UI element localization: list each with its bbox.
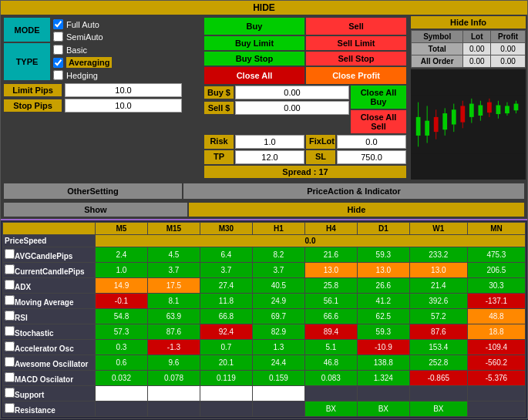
buy-dollar-input[interactable] — [235, 86, 349, 99]
risk-input[interactable] — [235, 135, 304, 149]
table-row: CurrentCandlePips1.03.73.73.713.013.013.… — [3, 263, 526, 278]
show-button[interactable]: Show — [4, 203, 187, 217]
table-cell: 13.0 — [357, 263, 409, 278]
table-cell: 57.2 — [409, 309, 467, 324]
info-total-label: Total — [412, 43, 463, 55]
table-cell: -137.1 — [467, 294, 525, 309]
semi-auto-checkbox[interactable] — [53, 32, 63, 42]
info-header-symbol: Symbol — [412, 31, 463, 43]
table-cell: SX — [96, 386, 148, 402]
col-header-h1: H1 — [252, 223, 304, 235]
type-button[interactable]: TYPE — [4, 43, 50, 80]
hide-bar[interactable]: HIDE — [1, 1, 527, 15]
table-cell: 69.7 — [252, 309, 304, 324]
table-cell: 59.3 — [357, 324, 409, 340]
close-all-sell-button[interactable]: Close All Sell — [351, 110, 406, 133]
table-cell: -1.3 — [147, 340, 200, 355]
mid-panel: Buy Sell Buy Limit Sell Limit Buy Stop S… — [201, 15, 409, 181]
hide2-button[interactable]: Hide — [189, 203, 524, 217]
buy-stop-button[interactable]: Buy Stop — [204, 52, 304, 66]
table-cell: 0.7 — [200, 340, 252, 355]
table-cell: -10.9 — [357, 340, 409, 355]
col-header-d1: D1 — [357, 223, 409, 235]
full-auto-label: Full Auto — [66, 20, 99, 29]
data-table: M5 M15 M30 H1 H4 D1 W1 MN PriceSpeed0.00… — [2, 222, 526, 417]
table-cell: BX — [304, 402, 357, 417]
semi-auto-row: SemiAuto — [53, 32, 103, 42]
table-cell: 30.3 — [467, 278, 525, 294]
sell-stop-button[interactable]: Sell Stop — [306, 52, 406, 66]
col-header-name — [3, 223, 96, 235]
buy-sell-grid: Buy Sell Buy Limit Sell Limit Buy Stop S… — [204, 18, 406, 84]
table-cell: 89.4 — [304, 324, 357, 340]
other-setting-button[interactable]: OtherSetting — [4, 183, 182, 199]
table-cell: 0.078 — [147, 371, 200, 386]
row-label-text: RSI — [15, 314, 28, 322]
sell-button[interactable]: Sell — [306, 18, 406, 35]
row-checkbox[interactable] — [5, 280, 15, 290]
close-profit-button[interactable]: Close Profit — [306, 67, 406, 84]
svg-rect-14 — [469, 104, 474, 117]
table-row: Awesome Oscillator0.69.620.124.446.8138.… — [3, 355, 526, 371]
table-cell: 6.4 — [200, 247, 252, 263]
basic-checkbox[interactable] — [53, 45, 63, 55]
row-checkbox[interactable] — [5, 295, 15, 305]
table-cell: 14.9 — [96, 278, 148, 294]
row-checkbox[interactable] — [5, 311, 15, 321]
stop-pips-label: Stop Pips — [4, 99, 62, 112]
table-cell: 3.7 — [147, 263, 200, 278]
table-cell: 8.2 — [252, 247, 304, 263]
limit-pips-input[interactable] — [65, 83, 182, 97]
buy-limit-button[interactable]: Buy Limit — [204, 36, 304, 50]
row-checkbox[interactable] — [5, 264, 15, 274]
fixlot-input[interactable] — [337, 135, 406, 149]
close-all-buy-button[interactable]: Close All Buy — [351, 86, 406, 109]
price-action-button[interactable]: PriceAction & Indicator — [183, 183, 524, 199]
averaging-row: Averaging — [53, 57, 112, 68]
spread-bar: Spread : 17 — [204, 166, 406, 178]
table-cell: 1.0 — [96, 263, 148, 278]
buy-button[interactable]: Buy — [204, 18, 304, 35]
row-checkbox[interactable] — [5, 249, 15, 259]
table-cell: 82.9 — [252, 324, 304, 340]
row-checkbox[interactable] — [5, 326, 15, 336]
sl-input[interactable] — [337, 150, 406, 164]
chart-area — [411, 69, 526, 180]
col-header-mn: MN — [467, 223, 525, 235]
table-cell — [304, 386, 357, 402]
table-cell: BX — [409, 402, 467, 417]
hedging-checkbox[interactable] — [53, 70, 63, 80]
table-cell: 66.8 — [200, 309, 252, 324]
averaging-checkbox[interactable] — [53, 58, 63, 68]
row-label-text: AVGCandlePips — [15, 252, 72, 260]
col-header-m15: M15 — [147, 223, 200, 235]
tp-sl-row: TP SL — [204, 150, 406, 164]
pips-section: Limit Pips Stop Pips — [4, 83, 198, 113]
sell-dollar-input[interactable] — [235, 101, 349, 115]
mode-button[interactable]: MODE — [4, 18, 50, 42]
table-cell: 46.8 — [304, 355, 357, 371]
stop-pips-input[interactable] — [65, 99, 182, 113]
table-cell: 0.3 — [96, 340, 148, 355]
row-checkbox[interactable] — [5, 357, 15, 367]
mode-row: MODE Full Auto SemiAuto — [4, 18, 198, 42]
full-auto-checkbox[interactable] — [53, 19, 63, 29]
row-checkbox[interactable] — [5, 372, 15, 382]
sell-limit-button[interactable]: Sell Limit — [306, 36, 406, 50]
semi-auto-label: SemiAuto — [66, 32, 103, 42]
row-name-cell: RSI — [3, 309, 96, 324]
table-cell: 25.8 — [304, 278, 357, 294]
svg-rect-12 — [460, 106, 465, 122]
row-checkbox[interactable] — [5, 403, 15, 413]
row-checkbox[interactable] — [5, 388, 15, 398]
close-all-button[interactable]: Close All — [204, 67, 304, 84]
info-allorder-lot: 0.00 — [463, 55, 491, 68]
row-label-text: Stochastic — [15, 329, 54, 338]
tp-input[interactable] — [235, 150, 304, 164]
row-checkbox[interactable] — [5, 341, 15, 351]
table-cell: 475.3 — [467, 247, 525, 263]
table-cell — [467, 402, 525, 417]
row-label-text: CurrentCandlePips — [15, 267, 85, 276]
table-cell: 66.6 — [304, 309, 357, 324]
table-row: RSI54.863.966.869.766.662.557.248.8 — [3, 309, 526, 324]
